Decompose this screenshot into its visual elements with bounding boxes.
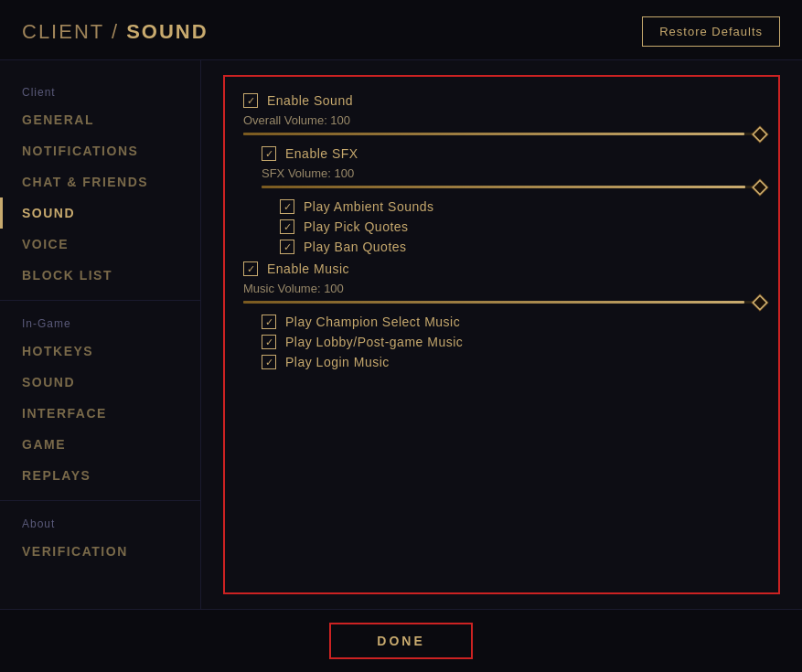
about-section-label: About: [0, 510, 200, 536]
sfx-volume-slider-container: [262, 186, 760, 188]
enable-sound-checkbox[interactable]: [243, 93, 258, 108]
content-area: Enable Sound Overall Volume: 100: [201, 60, 802, 609]
enable-sound-row: Enable Sound: [243, 93, 760, 108]
play-login-checkbox[interactable]: [262, 355, 276, 369]
header: CLIENT / SOUND Restore Defaults: [0, 0, 802, 60]
music-volume-label: Music Volume: 100: [243, 282, 760, 295]
play-pick-quotes-checkbox[interactable]: [280, 219, 294, 234]
enable-sfx-checkbox[interactable]: [262, 146, 276, 161]
enable-music-checkbox[interactable]: [243, 261, 258, 276]
play-ban-quotes-label: Play Ban Quotes: [304, 240, 407, 254]
enable-music-row: Enable Music: [243, 261, 760, 276]
ingame-section-label: In-Game: [0, 310, 200, 336]
music-volume-slider-container: [243, 301, 760, 304]
sidebar-item-hotkeys[interactable]: HOTKEYS: [0, 336, 200, 367]
sidebar-item-replays[interactable]: REPLAYS: [0, 460, 200, 491]
page-title: CLIENT / SOUND: [22, 20, 209, 44]
diamond-icon-sfx: [750, 177, 770, 197]
enable-sound-label: Enable Sound: [267, 93, 353, 108]
play-login-label: Play Login Music: [285, 355, 390, 369]
sidebar-item-chat-friends[interactable]: CHAT & FRIENDS: [0, 166, 200, 197]
play-champion-select-row: Play Champion Select Music: [262, 315, 760, 329]
done-button[interactable]: DONE: [329, 623, 472, 659]
restore-defaults-button[interactable]: Restore Defaults: [642, 16, 780, 47]
diamond-icon-music: [750, 293, 770, 313]
enable-sfx-row: Enable SFX: [262, 146, 760, 161]
play-lobby-label: Play Lobby/Post-game Music: [285, 335, 463, 349]
music-volume-fill: [243, 301, 744, 304]
title-prefix: CLIENT /: [22, 20, 126, 43]
sfx-volume-fill: [262, 186, 745, 188]
main-layout: Client GENERAL NOTIFICATIONS CHAT & FRIE…: [0, 60, 802, 609]
music-sub-options: Play Champion Select Music Play Lobby/Po…: [262, 315, 760, 369]
client-section-label: Client: [0, 79, 200, 104]
overall-volume-label: Overall Volume: 100: [243, 113, 760, 127]
play-login-row: Play Login Music: [262, 355, 760, 369]
settings-panel: Enable Sound Overall Volume: 100: [223, 75, 780, 594]
sfx-volume-label: SFX Volume: 100: [262, 166, 760, 180]
sidebar-item-block-list[interactable]: BLOCK LIST: [0, 260, 200, 291]
overall-volume-fill: [243, 133, 744, 135]
sidebar-item-verification[interactable]: VERIFICATION: [0, 536, 200, 567]
play-ban-quotes-row: Play Ban Quotes: [280, 240, 760, 254]
overall-volume-track[interactable]: [243, 133, 760, 135]
play-pick-quotes-label: Play Pick Quotes: [304, 219, 409, 234]
play-ambient-label: Play Ambient Sounds: [304, 199, 434, 214]
sidebar-item-notifications[interactable]: NOTIFICATIONS: [0, 135, 200, 166]
overall-volume-thumb[interactable]: [750, 124, 770, 144]
enable-music-label: Enable Music: [267, 261, 349, 276]
play-pick-quotes-row: Play Pick Quotes: [280, 219, 760, 234]
footer: DONE: [0, 609, 802, 672]
play-champion-select-checkbox[interactable]: [262, 315, 276, 329]
sfx-volume-thumb[interactable]: [750, 177, 770, 197]
sidebar-item-voice[interactable]: VOICE: [0, 229, 200, 260]
sfx-sub-options: Play Ambient Sounds Play Pick Quotes Pla…: [280, 199, 760, 254]
title-main: SOUND: [126, 20, 208, 43]
play-ambient-row: Play Ambient Sounds: [280, 199, 760, 214]
sidebar-divider-2: [0, 500, 200, 501]
sidebar-item-ingame-sound[interactable]: SOUND: [0, 367, 200, 398]
music-volume-track[interactable]: [243, 301, 760, 304]
sfx-section: Enable SFX SFX Volume: 100: [262, 146, 760, 254]
enable-sfx-label: Enable SFX: [285, 146, 358, 161]
sidebar-item-interface[interactable]: INTERFACE: [0, 398, 200, 429]
play-ban-quotes-checkbox[interactable]: [280, 240, 294, 254]
overall-volume-slider-container: [243, 133, 760, 135]
sidebar-divider-1: [0, 300, 200, 301]
play-lobby-row: Play Lobby/Post-game Music: [262, 335, 760, 349]
play-lobby-checkbox[interactable]: [262, 335, 276, 349]
play-ambient-checkbox[interactable]: [280, 199, 294, 214]
sidebar: Client GENERAL NOTIFICATIONS CHAT & FRIE…: [0, 60, 201, 609]
play-champion-select-label: Play Champion Select Music: [285, 315, 460, 329]
sfx-volume-track[interactable]: [262, 186, 760, 188]
app-container: CLIENT / SOUND Restore Defaults Client G…: [0, 0, 802, 672]
music-volume-thumb[interactable]: [750, 293, 770, 313]
sidebar-item-game[interactable]: GAME: [0, 429, 200, 460]
sidebar-item-general[interactable]: GENERAL: [0, 104, 200, 135]
diamond-icon-overall: [750, 124, 770, 144]
sidebar-item-sound[interactable]: SOUND: [0, 197, 200, 229]
